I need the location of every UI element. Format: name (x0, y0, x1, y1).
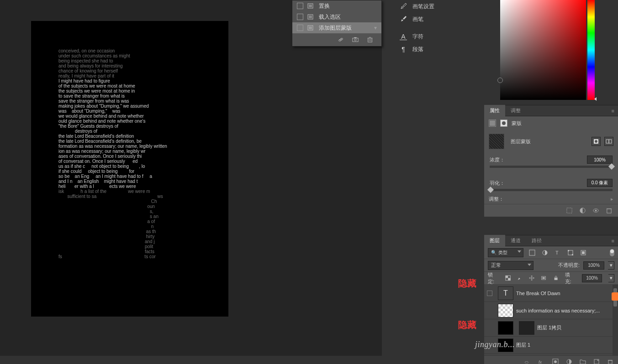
layer-row-copy[interactable]: 图层 1拷贝 (484, 319, 618, 337)
svg-rect-26 (567, 208, 572, 213)
lock-position-icon[interactable] (529, 275, 534, 281)
lock-all-icon[interactable] (553, 275, 559, 281)
side-tab[interactable] (612, 292, 618, 301)
text-portrait: conceived, on one occasion under such ci… (58, 48, 228, 317)
tab-paths[interactable]: 路径 (526, 235, 547, 246)
select-mask-button[interactable] (592, 137, 601, 146)
density-value[interactable]: 100% (587, 156, 613, 164)
menu-item-load-selection[interactable]: 载入选区 (292, 11, 381, 22)
density-slider[interactable] (490, 166, 613, 168)
fill-value[interactable]: 100% (582, 274, 602, 282)
document-icon (307, 3, 314, 9)
layer-thumbnail (498, 321, 513, 335)
svg-text:fx: fx (539, 360, 542, 364)
svg-point-23 (595, 140, 597, 143)
eye-icon[interactable] (592, 207, 599, 214)
trash-icon[interactable] (367, 36, 373, 43)
camera-icon[interactable] (352, 36, 359, 43)
filter-type-icon[interactable]: T (555, 250, 561, 256)
mask-info-row: 图层蒙版 (484, 130, 618, 153)
layer-row-raster[interactable]: such information as was necessary;... (484, 302, 618, 319)
layer-thumbnail: T (498, 286, 513, 300)
fx-icon[interactable]: fx (539, 359, 545, 364)
add-mask-icon[interactable] (552, 359, 559, 364)
filter-smart-icon[interactable] (580, 250, 586, 256)
menu-item-add-layer-mask[interactable]: 添加图层蒙版 ▾ (292, 22, 381, 33)
menu-label: 载入选区 (319, 13, 381, 21)
density-row: 浓度：100% (484, 153, 618, 168)
feather-value[interactable]: 0.0 像素 (587, 179, 613, 187)
layer-name[interactable]: The Break Of Dawn (516, 291, 560, 296)
trash-icon[interactable] (606, 207, 613, 214)
trash-icon[interactable] (607, 359, 613, 364)
filter-toggle[interactable] (610, 249, 614, 256)
filter-kind-dropdown[interactable]: 🔍类型 (488, 248, 523, 257)
refine-row[interactable]: 调整： ▸ (484, 195, 618, 203)
invert-icon[interactable] (579, 207, 586, 214)
lock-artboard-icon[interactable] (541, 275, 546, 281)
opacity-dropdown-icon[interactable]: ▾ (608, 261, 614, 270)
blend-mode-dropdown[interactable]: 正常 (488, 261, 533, 270)
fill-label: 填充: (565, 271, 576, 285)
svg-rect-37 (572, 254, 573, 255)
layer-name[interactable]: 图层 1 (516, 342, 530, 348)
tab-properties[interactable]: 属性 (484, 105, 505, 116)
layer-filter-row: 🔍类型 T (484, 246, 618, 259)
feather-label: 羽化： (490, 180, 505, 187)
menu-item-displace[interactable]: 置换 (292, 0, 381, 11)
canvas-area[interactable]: conceived, on one occasion under such ci… (0, 0, 382, 356)
new-group-icon[interactable] (580, 359, 586, 364)
watermark-text: jingyan.b... (475, 340, 515, 349)
svg-rect-14 (354, 37, 356, 38)
refine-label: 调整： (489, 196, 504, 203)
new-layer-icon[interactable] (593, 359, 600, 364)
opacity-value[interactable]: 100% (583, 261, 604, 270)
panel-button-brush-settings[interactable]: 画笔设置 (391, 0, 481, 13)
tab-adjustments[interactable]: 调整 (505, 105, 526, 116)
panel-menu-icon[interactable]: ≡ (612, 108, 614, 114)
hue-slider[interactable] (587, 0, 595, 100)
panel-label: 画笔 (412, 16, 423, 23)
context-menu: 置换 载入选区 添加图层蒙版 ▾ (292, 0, 382, 47)
feather-slider[interactable] (490, 189, 613, 191)
panel-button-character[interactable]: A字符 (391, 30, 481, 43)
layer-row-text[interactable]: T The Break Of Dawn (484, 285, 618, 302)
panel-button-paragraph[interactable]: ¶段落 (391, 43, 481, 56)
pixel-mask-icon[interactable] (489, 120, 496, 127)
menu-label: 置换 (319, 2, 381, 10)
filter-pixel-icon[interactable] (529, 250, 535, 256)
filter-shape-icon[interactable] (567, 250, 574, 256)
svg-point-21 (502, 121, 506, 125)
new-adjustment-icon[interactable] (566, 359, 572, 364)
mask-options-button[interactable] (604, 137, 613, 146)
color-cursor (497, 78, 503, 83)
fill-dropdown-icon[interactable]: ▾ (608, 274, 614, 282)
layer-name[interactable]: 图层 1拷贝 (537, 324, 561, 331)
brush-icon (400, 16, 407, 23)
menu-footer (292, 33, 381, 46)
menu-checkbox (297, 25, 303, 31)
tab-channels[interactable]: 通道 (505, 235, 526, 246)
svg-rect-39 (582, 251, 585, 254)
mask-thumbnail (489, 134, 504, 149)
lock-pixels-icon[interactable] (517, 275, 523, 281)
document-canvas[interactable]: conceived, on one occasion under such ci… (31, 21, 228, 317)
panel-menu-icon[interactable]: ≡ (612, 238, 614, 244)
svg-rect-44 (543, 277, 545, 279)
visibility-toggle[interactable] (484, 291, 495, 296)
mask-from-selection-icon[interactable] (566, 207, 573, 214)
lock-label: 锁定: (488, 271, 499, 285)
tab-layers[interactable]: 图层 (484, 235, 505, 246)
filter-adjustment-icon[interactable] (542, 250, 548, 256)
svg-rect-15 (368, 38, 372, 42)
link-icon[interactable] (338, 36, 344, 43)
panel-button-brushes[interactable]: 画笔 (391, 13, 481, 26)
lock-transparency-icon[interactable] (505, 275, 511, 281)
layer-name[interactable]: such information as was necessary;... (516, 308, 600, 313)
vector-mask-icon[interactable] (500, 120, 507, 127)
link-layers-icon[interactable]: ⬭ (525, 359, 531, 364)
svg-rect-45 (554, 278, 557, 280)
color-picker-field[interactable] (500, 0, 586, 100)
mask-thumbnail (519, 321, 534, 335)
panel-label: 段落 (412, 46, 423, 53)
